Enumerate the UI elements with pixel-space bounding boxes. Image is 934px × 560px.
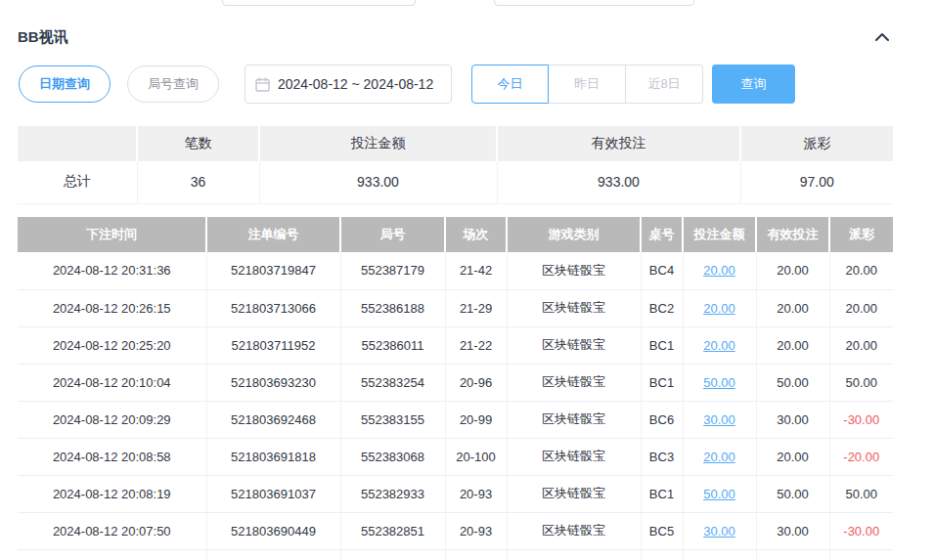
bet-amount-link[interactable]: 50.00 (703, 487, 735, 501)
summary-total-label: 总计 (18, 161, 137, 203)
table-row: 2024-08-12 20:07:50 521803690449 5523828… (18, 512, 893, 549)
date-range-value: 2024-08-12 ~ 2024-08-12 (278, 76, 433, 92)
cell-bet-no: 521803692468 (206, 401, 340, 438)
cell-round-no: 552383068 (340, 438, 445, 475)
cell-table-no: BC6 (641, 401, 683, 438)
summary-total-payout: 97.00 (740, 161, 893, 203)
table-row: 2024-08-12 20:26:15 521803713066 5523861… (18, 289, 893, 326)
collapse-panel-button[interactable] (871, 26, 893, 48)
cell-session: 20-96 (445, 364, 507, 401)
summary-table: 笔数 投注金额 有效投注 派彩 总计 36 933.00 933.00 97.0… (18, 126, 893, 204)
cell-bet-amount: 30.00 (683, 512, 756, 549)
cell-payout: -30.00 (829, 401, 893, 438)
cell-valid-bet: 50.00 (756, 364, 829, 401)
summary-header-payout: 派彩 (740, 126, 893, 161)
quick-today-button[interactable]: 今日 (471, 65, 549, 104)
cell-table-no: BC5 (641, 512, 683, 549)
search-button[interactable]: 查询 (712, 65, 795, 104)
cell-bet-amount: 50.00 (683, 364, 756, 401)
cell-game-type: 区块链骰宝 (507, 401, 641, 438)
cell-bet-amount: 20.00 (683, 438, 756, 475)
cell-game-type: 区块链骰宝 (507, 512, 641, 549)
cell-bet-time: 2024-08-12 20:08:19 (18, 475, 206, 512)
cutoff-input-right[interactable] (494, 0, 694, 6)
cell-table-no: BC3 (641, 438, 683, 475)
cell-bet-time: 2024-08-12 20:08:58 (18, 438, 206, 475)
quick-last8days-button[interactable]: 近8日 (626, 65, 703, 104)
col-header-game-type: 游戏类别 (507, 217, 641, 252)
tab-round-query[interactable]: 局号查询 (127, 65, 219, 103)
cell-game-type: 区块链骰宝 (507, 289, 641, 326)
cell-game-type: 区块链骰宝 (507, 326, 641, 364)
cutoff-input-left[interactable] (222, 0, 416, 6)
cell-game-type: 区块链骰宝 (507, 475, 641, 512)
cell-payout: 20.00 (829, 326, 893, 364)
bet-amount-link[interactable]: 30.00 (703, 524, 735, 538)
cell-round-no: 552383155 (340, 401, 445, 438)
col-header-bet-no: 注单编号 (206, 217, 340, 252)
cell-payout: 50.00 (829, 475, 893, 512)
table-row: 2024-08-12 20:08:58 521803691818 5523830… (18, 438, 893, 475)
summary-total-bet-amount: 933.00 (259, 161, 497, 203)
cell-bet-no: 521803719847 (206, 252, 340, 289)
cell-table-no: BC2 (641, 289, 683, 326)
cell-bet-no: 521803691037 (206, 475, 340, 512)
cell-round-no: 552386188 (340, 289, 445, 326)
cell-round-no: 552386011 (340, 326, 445, 364)
quick-yesterday-button[interactable]: 昨日 (549, 65, 626, 104)
cell-bet-time: 2024-08-12 20:26:15 (18, 289, 206, 326)
col-header-bet-amount: 投注金额 (683, 217, 756, 252)
cell-valid-bet: 20.00 (756, 326, 829, 364)
cell-bet-time: 2024-08-12 20:25:20 (18, 326, 206, 364)
cell-valid-bet: 30.00 (756, 512, 829, 549)
tab-date-query[interactable]: 日期查询 (19, 65, 111, 103)
bet-amount-link[interactable]: 20.00 (703, 263, 735, 278)
cell-session: 21-42 (445, 252, 507, 289)
cell-session: 21-22 (445, 326, 507, 364)
cell-bet-amount: 30.00 (683, 401, 756, 438)
cell-valid-bet: 20.00 (756, 438, 829, 475)
cell-payout: 20.00 (829, 289, 893, 326)
panel-title: BB视讯 (18, 28, 68, 47)
cell-valid-bet: 30.00 (756, 401, 829, 438)
cell-game-type: 区块链骰宝 (507, 252, 641, 289)
cell-bet-no: 521803711952 (206, 326, 340, 364)
table-row: 2024-08-12 20:31:36 521803719847 5523871… (18, 252, 893, 289)
bet-amount-link[interactable]: 20.00 (703, 450, 735, 464)
records-table: 下注时间 注单编号 局号 场次 游戏类别 桌号 投注金额 有效投注 派彩 202… (18, 217, 893, 560)
cell-valid-bet: 20.00 (756, 289, 829, 326)
cell-bet-time: 2024-08-12 20:10:04 (18, 364, 206, 401)
table-row: 2024-08-12 20:25:20 521803711952 5523860… (18, 326, 893, 364)
quick-date-group: 今日 昨日 近8日 (471, 65, 703, 104)
cell-table-no: BC1 (641, 326, 683, 364)
cell-bet-no: 521803690449 (206, 512, 340, 549)
summary-header-valid-bet: 有效投注 (497, 126, 740, 161)
cell-valid-bet: 50.00 (756, 475, 829, 512)
calendar-icon (255, 77, 270, 92)
summary-header-blank (18, 126, 137, 161)
cell-payout: 50.00 (829, 364, 893, 401)
bet-amount-link[interactable]: 20.00 (703, 301, 735, 316)
col-header-round-no: 局号 (340, 217, 445, 252)
bet-amount-link[interactable]: 50.00 (703, 375, 735, 390)
summary-header-bet-amount: 投注金额 (259, 126, 497, 161)
cell-round-no: 552387179 (340, 252, 445, 289)
cell-bet-amount: 50.00 (683, 475, 756, 512)
cell-bet-amount: 20.00 (683, 326, 756, 364)
date-range-input[interactable]: 2024-08-12 ~ 2024-08-12 (245, 65, 452, 104)
cell-session: 20-99 (445, 401, 507, 438)
cell-game-type: 区块链骰宝 (507, 364, 641, 401)
col-header-payout: 派彩 (829, 217, 893, 252)
cell-table-no: BC1 (641, 364, 683, 401)
cell-round-no: 552382851 (340, 512, 445, 549)
summary-header-count: 笔数 (137, 126, 259, 161)
bet-amount-link[interactable]: 20.00 (703, 338, 735, 353)
col-header-valid-bet: 有效投注 (756, 217, 829, 252)
cell-game-type: 区块链骰宝 (507, 438, 641, 475)
cell-bet-no: 521803713066 (206, 289, 340, 326)
bet-amount-link[interactable]: 30.00 (703, 412, 735, 427)
table-row: 2024-08-12 20:08:19 521803691037 5523829… (18, 475, 893, 512)
cell-payout: -20.00 (829, 438, 893, 475)
summary-total-valid-bet: 933.00 (497, 161, 740, 203)
cell-session: 20-100 (445, 438, 507, 475)
